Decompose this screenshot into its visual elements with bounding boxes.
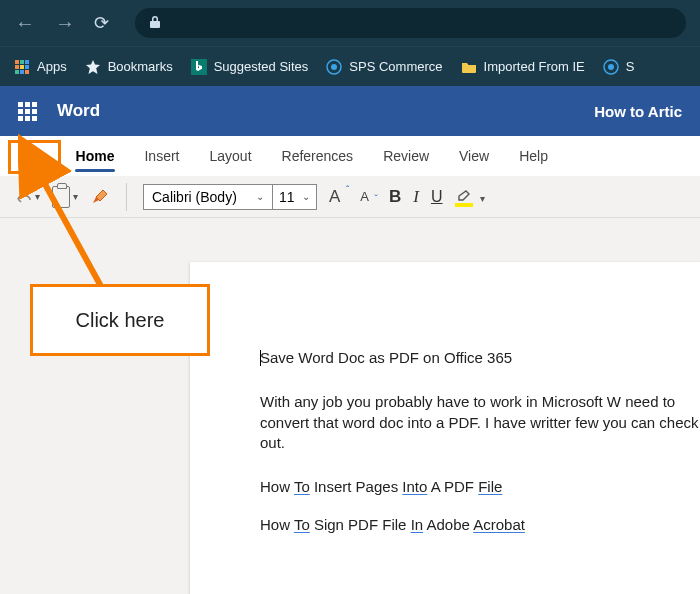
highlight-button[interactable]: ▾ [455, 189, 481, 205]
svg-rect-3 [15, 65, 19, 69]
brush-icon [90, 187, 110, 207]
bookmark-partial[interactable]: S [603, 59, 635, 75]
reload-icon[interactable]: ⟳ [94, 12, 109, 34]
chevron-down-icon: ▾ [480, 193, 485, 204]
tab-review[interactable]: Review [368, 136, 444, 176]
bookmark-suggested[interactable]: Suggested Sites [191, 59, 309, 75]
address-bar[interactable] [135, 8, 686, 38]
chevron-down-icon: ⌄ [302, 191, 310, 202]
svg-point-11 [331, 64, 337, 70]
svg-rect-6 [15, 70, 19, 74]
annotation-callout: Click here [30, 284, 210, 356]
app-launcher-icon[interactable] [18, 102, 37, 121]
font-selector: Calibri (Body) ⌄ 11 ⌄ [143, 184, 317, 210]
svg-rect-0 [15, 60, 19, 64]
clipboard-icon [52, 186, 70, 208]
bookmark-label: Imported From IE [484, 59, 585, 74]
doc-link-line: How To Insert Pages Into A PDF File [260, 477, 700, 497]
bookmark-label: SPS Commerce [349, 59, 442, 74]
svg-rect-8 [25, 70, 29, 74]
bookmark-bookmarks[interactable]: Bookmarks [85, 59, 173, 75]
grow-font-button[interactable]: A [329, 187, 348, 207]
svg-rect-7 [20, 70, 24, 74]
font-name-select[interactable]: Calibri (Body) ⌄ [143, 184, 273, 210]
svg-rect-2 [25, 60, 29, 64]
bookmarks-bar: Apps Bookmarks Suggested Sites SPS Comme… [0, 46, 700, 86]
italic-button[interactable]: I [413, 187, 419, 207]
chevron-down-icon: ▾ [73, 191, 78, 202]
tab-references[interactable]: References [267, 136, 369, 176]
document-canvas: Save Word Doc as PDF on Office 365 With … [0, 218, 700, 594]
tab-home[interactable]: Home [61, 136, 130, 176]
document-page[interactable]: Save Word Doc as PDF on Office 365 With … [190, 262, 700, 594]
ribbon-tabs: File Home Insert Layout References Revie… [0, 136, 700, 176]
paste-button[interactable]: ▾ [52, 186, 78, 208]
svg-point-13 [608, 64, 614, 70]
bing-icon [191, 59, 207, 75]
bookmark-label: Apps [37, 59, 67, 74]
svg-rect-5 [25, 65, 29, 69]
bookmark-imported[interactable]: Imported From IE [461, 59, 585, 75]
bookmark-label: Bookmarks [108, 59, 173, 74]
tab-view[interactable]: View [444, 136, 504, 176]
document-title: How to Artic [594, 103, 682, 120]
browser-nav-bar: ← → ⟳ [0, 0, 700, 46]
chevron-down-icon: ⌄ [256, 191, 264, 202]
divider [126, 183, 127, 211]
doc-paragraph: With any job you probably have to work i… [260, 392, 700, 453]
bookmark-sps[interactable]: SPS Commerce [326, 59, 442, 75]
highlight-icon [455, 189, 471, 205]
font-size-select[interactable]: 11 ⌄ [273, 184, 317, 210]
svg-rect-4 [20, 65, 24, 69]
sps-icon [326, 59, 342, 75]
doc-heading: Save Word Doc as PDF on Office 365 [260, 348, 700, 368]
word-brand: Word [57, 101, 100, 121]
word-header: Word How to Artic [0, 86, 700, 136]
tab-file[interactable]: File [8, 140, 61, 174]
chevron-down-icon: ▾ [35, 191, 40, 202]
lock-icon [149, 15, 161, 32]
undo-button[interactable]: ▾ [14, 190, 40, 204]
underline-button[interactable]: U [431, 188, 443, 206]
tab-layout[interactable]: Layout [194, 136, 266, 176]
svg-rect-1 [20, 60, 24, 64]
undo-icon [14, 190, 32, 204]
annotation-text: Click here [76, 309, 165, 332]
format-painter-button[interactable] [90, 187, 110, 207]
back-icon[interactable]: ← [14, 12, 36, 35]
bookmark-apps[interactable]: Apps [14, 59, 67, 75]
folder-icon [461, 59, 477, 75]
bookmark-label: Suggested Sites [214, 59, 309, 74]
tab-insert[interactable]: Insert [129, 136, 194, 176]
sps-icon [603, 59, 619, 75]
forward-icon[interactable]: → [54, 12, 76, 35]
tab-help[interactable]: Help [504, 136, 563, 176]
bookmark-label: S [626, 59, 635, 74]
apps-grid-icon [14, 59, 30, 75]
bold-button[interactable]: B [389, 187, 401, 207]
shrink-font-button[interactable]: A [360, 189, 377, 204]
star-icon [85, 59, 101, 75]
doc-link-line: How To Sign PDF File In Adobe Acrobat [260, 515, 700, 535]
ribbon-toolbar: ▾ ▾ Calibri (Body) ⌄ 11 ⌄ A A B I U ▾ [0, 176, 700, 218]
